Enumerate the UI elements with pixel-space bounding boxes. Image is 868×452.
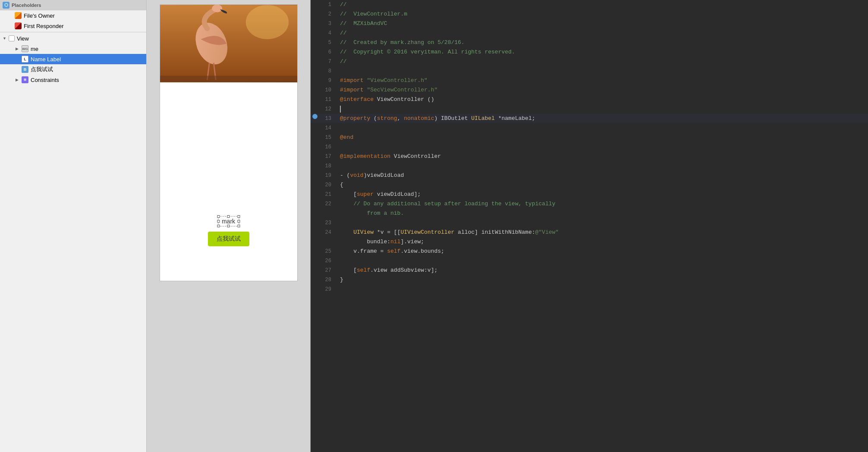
svg-rect-6 xyxy=(160,76,297,82)
constraints-icon: ⊞ xyxy=(22,76,28,83)
files-owner-label: File's Owner xyxy=(24,13,55,19)
ln-23: 23 xyxy=(319,218,337,228)
constraints-label: Constraints xyxy=(31,77,59,83)
ln-16: 16 xyxy=(319,142,337,152)
canvas-action-button[interactable]: 点我试试 xyxy=(208,232,249,246)
me-triangle[interactable] xyxy=(16,47,20,51)
lc-17: @implementation ViewController xyxy=(337,152,868,161)
ln-20: 20 xyxy=(319,180,337,190)
code-line-1: 1 // xyxy=(311,0,868,9)
sidebar-item-name-label[interactable]: L Name Label xyxy=(0,54,146,64)
ln-18: 18 xyxy=(319,161,337,171)
first-responder-label: First Responder xyxy=(24,23,63,29)
handle-mr xyxy=(237,220,240,223)
code-editor-panel: 1 // 2 // ViewController.m 3 // MZXibAnd… xyxy=(311,0,868,452)
code-line-20: 20 { xyxy=(311,180,868,190)
me-label: me xyxy=(31,46,38,52)
ln-24: 24 xyxy=(319,228,337,237)
sidebar-item-first-responder[interactable]: First Responder xyxy=(0,21,146,31)
code-line-11: 11 @interface ViewController () xyxy=(311,95,868,104)
bp-13[interactable] xyxy=(311,114,319,119)
view-triangle[interactable] xyxy=(3,36,7,41)
label-icon: L xyxy=(22,56,28,63)
sidebar-item-button[interactable]: B 点我试试 xyxy=(0,64,146,75)
sidebar-item-me[interactable]: IMG me xyxy=(0,44,146,54)
me-icon: IMG xyxy=(22,45,28,52)
lc-15: @end xyxy=(337,133,868,142)
triangle-spacer2 xyxy=(9,24,13,28)
code-line-5: 5 // Created by mark.zhang on 5/28/16. xyxy=(311,38,868,47)
code-line-22-cont: from a nib. xyxy=(311,209,868,218)
code-line-10: 10 #import "SecViewController.h" xyxy=(311,85,868,95)
lc-13: @property (strong, nonatomic) IBOutlet U… xyxy=(337,114,868,123)
ln-17: 17 xyxy=(319,152,337,161)
code-line-27: 27 [self.view addSubview:v]; xyxy=(311,266,868,275)
files-owner-icon xyxy=(15,12,22,19)
canvas-image xyxy=(160,5,297,82)
sidebar-item-view[interactable]: View xyxy=(0,33,146,44)
name-label-text: Name Label xyxy=(31,56,61,63)
ln-1: 1 xyxy=(319,0,337,9)
breakpoint-dot-13[interactable] xyxy=(312,114,318,119)
view-label: View xyxy=(17,35,29,42)
code-line-25: 25 v.frame = self.view.bounds; xyxy=(311,247,868,256)
ln-19: 19 xyxy=(319,171,337,180)
code-editor[interactable]: 1 // 2 // ViewController.m 3 // MZXibAnd… xyxy=(311,0,868,452)
code-line-23: 23 xyxy=(311,218,868,228)
button-label: 点我试试 xyxy=(31,66,53,73)
ln-12: 12 xyxy=(319,104,337,114)
ln-15: 15 xyxy=(319,133,337,142)
lc-24c: bundle:nil].view; xyxy=(337,237,868,247)
view-icon xyxy=(9,35,15,41)
lc-7: // xyxy=(337,57,868,66)
ln-26: 26 xyxy=(319,256,337,266)
sidebar-item-constraints[interactable]: ⊞ Constraints xyxy=(0,75,146,85)
ln-29: 29 xyxy=(319,285,337,294)
code-line-6: 6 // Copyright © 2016 veryitman. All rig… xyxy=(311,47,868,57)
code-line-18: 18 xyxy=(311,161,868,171)
ln-13: 13 xyxy=(319,114,337,123)
lc-22c: from a nib. xyxy=(337,209,868,218)
lc-5: // Created by mark.zhang on 5/28/16. xyxy=(337,38,868,47)
constraints-triangle[interactable] xyxy=(16,78,20,82)
code-line-17: 17 @implementation ViewController xyxy=(311,152,868,161)
lc-2: // ViewController.m xyxy=(337,9,868,19)
code-line-12: 12 xyxy=(311,104,868,114)
lc-6: // Copyright © 2016 veryitman. All right… xyxy=(337,47,868,57)
code-line-24-cont: bundle:nil].view; xyxy=(311,237,868,247)
handle-ml xyxy=(217,220,220,223)
code-line-3: 3 // MZXibAndVC xyxy=(311,19,868,28)
ln-14: 14 xyxy=(319,123,337,133)
svg-point-1 xyxy=(245,5,288,40)
lc-24: UIView *v = [[UIViewController alloc] in… xyxy=(337,228,868,237)
sidebar-item-files-owner[interactable]: File's Owner xyxy=(0,10,146,21)
button-triangle xyxy=(16,67,20,72)
ln-4: 4 xyxy=(319,28,337,38)
flamingo-svg xyxy=(160,5,297,82)
lc-25: v.frame = self.view.bounds; xyxy=(337,247,868,256)
code-line-7: 7 // xyxy=(311,57,868,66)
ln-3: 3 xyxy=(319,19,337,28)
lc-4: // xyxy=(337,28,868,38)
code-line-29: 29 xyxy=(311,285,868,294)
code-line-4: 4 // xyxy=(311,28,868,38)
ln-7: 7 xyxy=(319,57,337,66)
ln-8: 8 xyxy=(319,66,337,76)
ln-6: 6 xyxy=(319,47,337,57)
ln-22: 22 xyxy=(319,199,337,209)
placeholders-label: Placeholders xyxy=(12,3,41,8)
ln-10: 10 xyxy=(319,85,337,95)
code-line-16: 16 xyxy=(311,142,868,152)
lc-1: // xyxy=(337,0,868,9)
cursor xyxy=(340,106,341,113)
lc-12 xyxy=(337,104,868,114)
mark-label-selected: mark xyxy=(218,216,239,226)
handle-tm xyxy=(227,215,230,218)
handle-bl xyxy=(217,225,220,227)
ln-27: 27 xyxy=(319,266,337,275)
lc-22: // Do any additional setup after loading… xyxy=(337,199,868,209)
code-line-15: 15 @end xyxy=(311,133,868,142)
code-line-13: 13 @property (strong, nonatomic) IBOutle… xyxy=(311,114,868,123)
code-line-19: 19 - (void)viewDidLoad xyxy=(311,171,868,180)
first-responder-icon xyxy=(15,22,22,29)
